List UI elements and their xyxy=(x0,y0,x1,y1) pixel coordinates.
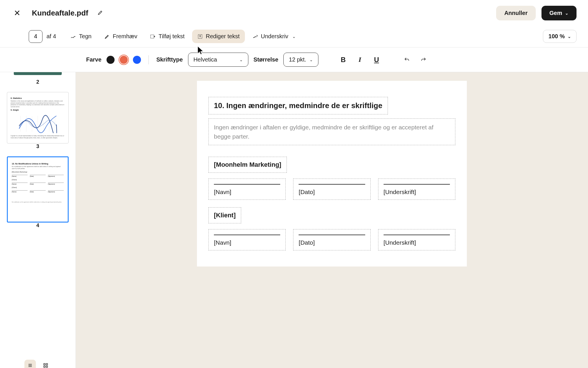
tool-edit-text[interactable]: Rediger tekst xyxy=(192,30,245,43)
sign-icon xyxy=(252,34,258,39)
sig-signature-2[interactable]: [Underskrift] xyxy=(378,229,455,250)
tool-highlight[interactable]: Fremhæv xyxy=(99,30,143,43)
zoom-select[interactable]: 100 % ⌄ xyxy=(543,30,577,43)
undo-button[interactable] xyxy=(401,54,413,66)
add-text-icon xyxy=(150,34,156,39)
size-select[interactable]: 12 pkt. ⌄ xyxy=(283,53,318,67)
thumb-num-4: 4 xyxy=(7,223,69,229)
edit-text-icon xyxy=(197,34,203,39)
font-select[interactable]: Helvetica ⌄ xyxy=(188,53,248,67)
chevron-down-icon: ⌄ xyxy=(239,57,243,62)
save-label: Gem xyxy=(550,10,562,16)
sig-date-2[interactable]: [Dato] xyxy=(293,229,370,250)
thumbnail-sidebar: 2 8. Statistics Statistics is the study … xyxy=(0,72,76,368)
svg-rect-13 xyxy=(46,363,47,365)
svg-rect-14 xyxy=(44,366,45,367)
chevron-down-icon: ⌄ xyxy=(310,57,313,62)
editable-party2[interactable]: [Klient] xyxy=(208,207,241,223)
thumb-graph xyxy=(11,113,65,133)
color-black[interactable] xyxy=(107,56,115,64)
close-button[interactable]: ✕ xyxy=(11,7,23,19)
underline-button[interactable]: U xyxy=(371,54,382,66)
page-content: 10. Ingen ændringer, medmindre de er skr… xyxy=(197,81,467,267)
view-grid-button[interactable] xyxy=(40,360,51,368)
thumbnail-page-2[interactable] xyxy=(7,72,69,76)
color-orange[interactable] xyxy=(120,56,128,64)
tool-add-text[interactable]: Tilføj tekst xyxy=(145,30,189,43)
sig-date-1[interactable]: [Dato] xyxy=(293,179,370,200)
sig-name-1[interactable]: [Navn] xyxy=(208,179,286,200)
sig-signature-1[interactable]: [Underskrift] xyxy=(378,179,455,200)
editable-body[interactable]: Ingen ændringer i aftalen er gyldige, me… xyxy=(208,118,455,145)
editable-heading[interactable]: 10. Ingen ændringer, medmindre de er skr… xyxy=(208,97,388,114)
document-canvas[interactable]: 10. Ingen ændringer, medmindre de er skr… xyxy=(76,72,588,368)
thumbnail-page-4[interactable]: 10. No Modifications Unless in Writing N… xyxy=(7,156,69,223)
chevron-down-icon: ⌄ xyxy=(565,11,568,16)
color-label: Farve xyxy=(86,56,101,63)
page-total: af 4 xyxy=(47,33,56,40)
thumb-num-2: 2 xyxy=(7,79,69,85)
document-filename: Kundeaftale.pdf xyxy=(32,9,88,18)
highlight-icon xyxy=(104,34,110,39)
thumbnail-page-3[interactable]: 8. Statistics Statistics is the study an… xyxy=(7,92,69,143)
color-blue[interactable] xyxy=(133,56,141,64)
chevron-down-icon: ⌄ xyxy=(568,34,571,39)
rename-icon[interactable] xyxy=(97,10,103,17)
save-button[interactable]: Gem ⌄ xyxy=(541,6,577,20)
svg-rect-0 xyxy=(151,35,154,38)
cancel-button[interactable]: Annuller xyxy=(496,6,535,20)
sig-name-2[interactable]: [Navn] xyxy=(208,229,286,250)
editable-party1[interactable]: [Moonhelm Marketing] xyxy=(208,157,287,173)
tool-sign[interactable]: Underskriv ⌄ xyxy=(247,30,301,43)
redo-button[interactable] xyxy=(418,54,429,66)
view-list-button[interactable] xyxy=(24,360,36,368)
font-label: Skrifttype xyxy=(156,56,183,63)
chevron-down-icon: ⌄ xyxy=(292,34,296,39)
svg-rect-12 xyxy=(44,363,45,365)
draw-icon xyxy=(70,34,76,39)
svg-rect-15 xyxy=(46,366,47,367)
divider xyxy=(148,55,149,64)
bold-button[interactable]: B xyxy=(337,54,349,66)
tool-draw[interactable]: Tegn xyxy=(65,30,96,43)
thumb-num-3: 3 xyxy=(7,143,69,150)
size-label: Størrelse xyxy=(254,56,278,63)
page-number-input[interactable] xyxy=(29,30,42,43)
italic-button[interactable]: I xyxy=(354,54,365,66)
